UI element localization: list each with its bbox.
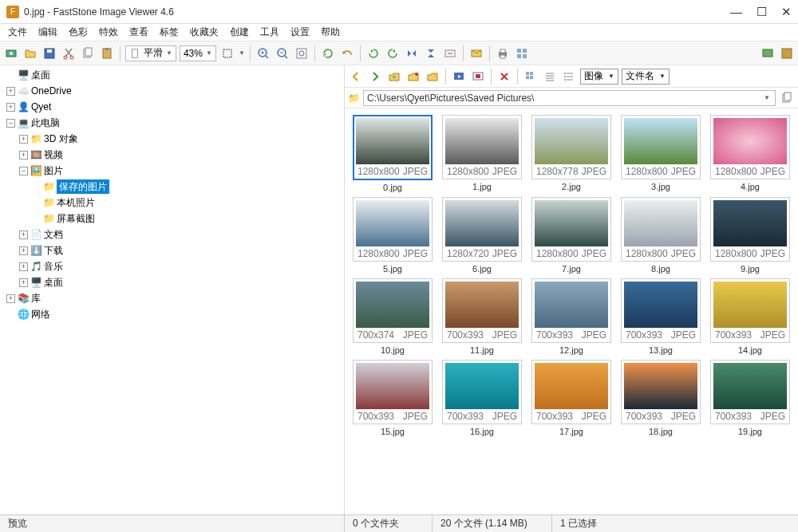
tree-pictures[interactable]: 图片 — [44, 164, 63, 178]
expand-button[interactable]: + — [19, 231, 28, 239]
minimize-button[interactable]: — — [730, 5, 742, 19]
thumb-19.jpg[interactable]: 700x393JPEG19.jpg — [707, 360, 793, 436]
thumb-2.jpg[interactable]: 1280x778JPEG2.jpg — [528, 115, 614, 192]
thumb-0.jpg[interactable]: 1280x800JPEG0.jpg — [350, 115, 436, 192]
expand-button[interactable]: + — [19, 135, 28, 144]
thumbnail-image[interactable] — [356, 282, 429, 328]
wallpaper-icon[interactable] — [760, 45, 776, 61]
expand-button[interactable]: + — [6, 103, 15, 112]
tree-saved-pictures[interactable]: 保存的图片 — [57, 179, 109, 194]
thumbnail-image[interactable] — [535, 363, 608, 409]
thumbnail-image[interactable] — [624, 118, 697, 164]
thumbnail-image[interactable] — [713, 200, 787, 246]
tree-desktop2[interactable]: 桌面 — [44, 275, 63, 290]
details-icon[interactable] — [542, 69, 558, 85]
thumbnail-image[interactable] — [624, 282, 697, 328]
thumb-13.jpg[interactable]: 700x393JPEG13.jpg — [618, 278, 704, 355]
thumbnail-image[interactable] — [445, 282, 519, 328]
flip-horizontal-icon[interactable] — [404, 45, 420, 61]
thumb-1.jpg[interactable]: 1280x800JPEG1.jpg — [439, 115, 525, 192]
tree-downloads[interactable]: 下载 — [44, 243, 63, 258]
open-icon[interactable] — [22, 45, 38, 61]
select-dropdown[interactable]: ▼ — [239, 49, 245, 57]
thumb-10.jpg[interactable]: 700x374JPEG10.jpg — [350, 278, 436, 355]
back-icon[interactable] — [348, 69, 364, 85]
tree-user[interactable]: Qyet — [31, 100, 51, 114]
thumbnail-image[interactable] — [713, 363, 787, 409]
slideshow-icon[interactable] — [451, 69, 467, 85]
thumbnail-image[interactable] — [445, 200, 519, 246]
thumbnail-image[interactable] — [713, 118, 787, 164]
menu-10[interactable]: 帮助 — [316, 24, 345, 41]
thumb-12.jpg[interactable]: 700x393JPEG12.jpg — [528, 278, 614, 355]
thumb-5.jpg[interactable]: 1280x800JPEG5.jpg — [350, 197, 436, 274]
tree-screenshots[interactable]: 屏幕截图 — [57, 211, 95, 226]
menu-8[interactable]: 工具 — [255, 24, 284, 41]
thumbnail-image[interactable] — [535, 118, 608, 164]
menu-4[interactable]: 查看 — [124, 24, 153, 41]
forward-icon[interactable] — [367, 69, 383, 85]
close-button[interactable]: ✕ — [781, 5, 792, 19]
menu-6[interactable]: 收藏夹 — [185, 24, 223, 41]
menu-7[interactable]: 创建 — [225, 24, 254, 41]
thumb-11.jpg[interactable]: 700x393JPEG11.jpg — [439, 278, 525, 355]
thumbnail-image[interactable] — [445, 363, 519, 409]
thumbnail-image[interactable] — [624, 200, 697, 246]
menu-9[interactable]: 设置 — [286, 24, 314, 41]
resize-icon[interactable] — [442, 45, 458, 61]
thumbnail-image[interactable] — [356, 363, 429, 409]
thumb-8.jpg[interactable]: 1280x800JPEG8.jpg — [618, 197, 704, 274]
thumb-6.jpg[interactable]: 1280x720JPEG6.jpg — [439, 197, 525, 274]
paste-icon[interactable] — [99, 45, 115, 61]
expand-button[interactable]: + — [6, 294, 15, 303]
delete-icon[interactable] — [496, 69, 512, 85]
expand-button[interactable]: + — [6, 87, 15, 96]
rotate-right-icon[interactable] — [385, 45, 401, 61]
tree-onedrive[interactable]: OneDrive — [31, 84, 72, 98]
thumb-9.jpg[interactable]: 1280x800JPEG9.jpg — [707, 197, 793, 274]
select-icon[interactable] — [219, 45, 235, 61]
copy-path-icon[interactable] — [779, 90, 795, 106]
thumb-14.jpg[interactable]: 700x393JPEG14.jpg — [707, 278, 793, 355]
maximize-button[interactable]: ☐ — [757, 5, 767, 19]
menu-5[interactable]: 标签 — [155, 24, 184, 41]
collapse-button[interactable]: − — [19, 167, 28, 175]
thumb-4.jpg[interactable]: 1280x800JPEG4.jpg — [707, 115, 793, 192]
zoom-mode-select[interactable]: 平滑 ▼ — [125, 45, 176, 61]
fit-icon[interactable] — [294, 45, 310, 61]
expand-button[interactable]: + — [19, 246, 28, 255]
fullscreen-icon[interactable] — [470, 69, 486, 85]
menu-0[interactable]: 文件 — [3, 24, 32, 41]
rotate-left-icon[interactable] — [365, 45, 381, 61]
thumb-18.jpg[interactable]: 700x393JPEG18.jpg — [618, 360, 704, 436]
path-input[interactable]: C:\Users\Qyet\Pictures\Saved Pictures\ ▼ — [363, 90, 776, 106]
menu-2[interactable]: 色彩 — [64, 24, 93, 41]
zoom-in-icon[interactable] — [255, 45, 271, 61]
copy-icon[interactable] — [80, 45, 96, 61]
thumb-3.jpg[interactable]: 1280x800JPEG3.jpg — [618, 115, 704, 192]
thumbnail-image[interactable] — [713, 282, 787, 328]
thumbnail-image[interactable] — [356, 200, 429, 246]
menu-1[interactable]: 编辑 — [34, 24, 62, 41]
flip-vertical-icon[interactable] — [423, 45, 439, 61]
tree-music[interactable]: 音乐 — [44, 259, 63, 274]
tree-desktop[interactable]: 桌面 — [31, 68, 50, 82]
list-icon[interactable] — [561, 69, 577, 85]
tree-local-photos[interactable]: 本机照片 — [57, 195, 95, 210]
email-icon[interactable] — [468, 45, 484, 61]
thumbnail-image[interactable] — [535, 200, 608, 246]
thumb-17.jpg[interactable]: 700x393JPEG17.jpg — [528, 360, 614, 436]
zoom-percent-select[interactable]: 43% ▼ — [180, 45, 216, 61]
collapse-button[interactable]: − — [6, 119, 15, 128]
expand-button[interactable]: + — [19, 278, 28, 287]
filter-select[interactable]: 图像▼ — [580, 69, 618, 85]
thumbnail-image[interactable] — [535, 282, 608, 328]
tree-thispc[interactable]: 此电脑 — [31, 116, 60, 130]
thumb-7.jpg[interactable]: 1280x800JPEG7.jpg — [528, 197, 614, 274]
tree-network[interactable]: 网络 — [31, 307, 50, 321]
undo-icon[interactable] — [339, 45, 355, 61]
tree-video[interactable]: 视频 — [44, 148, 63, 162]
thumb-16.jpg[interactable]: 700x393JPEG16.jpg — [439, 360, 525, 436]
tree-documents[interactable]: 文档 — [44, 227, 63, 242]
thumbnail-image[interactable] — [624, 363, 697, 409]
